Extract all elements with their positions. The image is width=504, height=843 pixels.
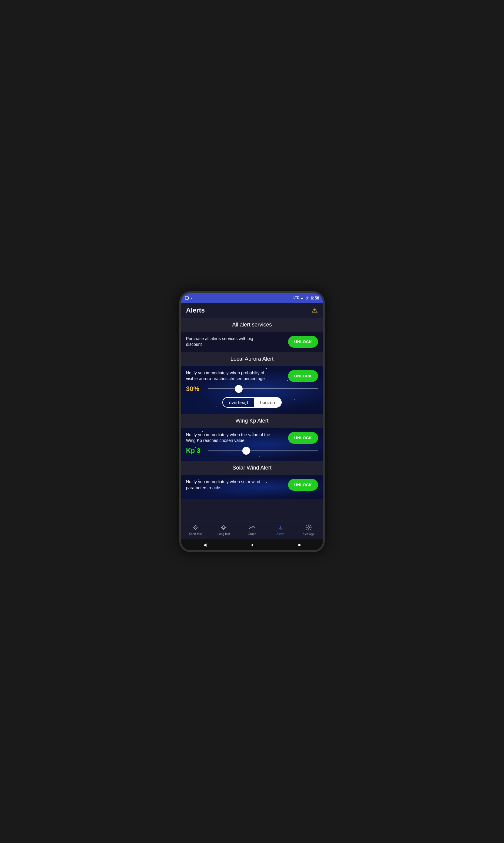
all-alert-services-header: All alert services (181, 318, 323, 332)
android-back-button[interactable]: ◀ (203, 542, 206, 547)
local-aurora-description: Notify you immediately when probabilty o… (186, 370, 272, 382)
solar-wind-header: Solar Wind Alert (181, 461, 323, 475)
nav-item-settings[interactable]: Settings (294, 524, 323, 536)
settings-label: Settings (303, 532, 314, 536)
solar-wind-description: Notify you immediately when solar wind p… (186, 479, 272, 491)
kp-slider-row: Kp 3 (186, 447, 318, 455)
page-title: Alerts (186, 306, 205, 314)
aurora-slider-track[interactable] (208, 388, 318, 389)
short-fcst-label: Short fcst (189, 532, 202, 535)
phone-frame: ▪ LTE ▲ ⚡ 6:58 Alerts ⚠ All alert servic… (179, 291, 325, 552)
nav-item-graph[interactable]: Graph (238, 525, 266, 535)
wing-kp-title: Wing Kp Alert (235, 418, 268, 424)
wing-kp-card: Notify you immediately when the value of… (181, 428, 323, 461)
status-bar: ▪ LTE ▲ ⚡ 6:58 (181, 293, 323, 303)
long-fcst-label: Long fcst (217, 532, 230, 535)
wing-kp-unlock-button[interactable]: UNLOCK (288, 432, 318, 444)
local-aurora-unlock-button[interactable]: UNLOCK (288, 370, 318, 382)
wing-kp-description: Notify you immediately when the value of… (186, 432, 272, 444)
graph-label: Graph (248, 532, 256, 535)
aurora-toggle-row: overhead horizon (186, 397, 318, 408)
local-aurora-card: Notify you immediately when probabilty o… (181, 366, 323, 414)
toggle-option-overhead[interactable]: overhead (223, 398, 254, 407)
warning-icon[interactable]: ⚠ (311, 306, 318, 315)
android-nav-bar: ◀ ● ■ (181, 539, 323, 550)
kp-slider-track[interactable] (208, 451, 318, 451)
local-aurora-title: Local Aurora Alert (231, 356, 273, 362)
nav-item-alerts[interactable]: ⚠ Alerts (266, 525, 295, 535)
graph-icon (249, 525, 255, 532)
status-circle-icon (185, 296, 189, 300)
toggle-option-horizon[interactable]: horizon (254, 398, 281, 407)
settings-icon (306, 524, 312, 532)
android-recents-button[interactable]: ■ (298, 542, 301, 547)
nav-item-short-fcst[interactable]: Short fcst (181, 525, 210, 535)
lte-badge: LTE (293, 296, 299, 299)
solar-wind-unlock-button[interactable]: UNLOCK (288, 479, 318, 491)
all-alert-services-unlock-button[interactable]: UNLOCK (288, 336, 318, 348)
aurora-slider-value: 30% (186, 385, 204, 393)
svg-point-0 (308, 527, 309, 528)
short-fcst-icon (192, 525, 199, 532)
alerts-icon: ⚠ (278, 525, 283, 532)
nav-item-long-fcst[interactable]: Long fcst (210, 525, 238, 535)
wing-kp-top-row: Notify you immediately when the value of… (186, 432, 318, 444)
all-alert-services-title: All alert services (232, 322, 272, 328)
long-fcst-icon (220, 525, 227, 532)
sim-icon: ▪ (191, 296, 192, 300)
aurora-slider-thumb[interactable] (235, 385, 242, 393)
wing-kp-header: Wing Kp Alert (181, 414, 323, 428)
solar-wind-card: Notify you immediately when solar wind p… (181, 475, 323, 499)
kp-slider-value: Kp 3 (186, 447, 204, 455)
all-alert-services-description: Purchase all alerts services with big di… (186, 336, 259, 348)
local-aurora-header: Local Aurora Alert (181, 352, 323, 366)
bottom-nav: Short fcst Long fcst Graph ⚠ Alerts (181, 521, 323, 539)
status-left: ▪ (185, 296, 192, 300)
alerts-label: Alerts (276, 532, 284, 535)
battery-icon: ⚡ (305, 296, 309, 300)
top-bar: Alerts ⚠ (181, 303, 323, 318)
overhead-horizon-toggle[interactable]: overhead horizon (222, 397, 282, 408)
status-time: 6:58 (311, 296, 319, 300)
local-aurora-top-row: Notify you immediately when probabilty o… (186, 370, 318, 382)
all-alert-services-card: Purchase all alerts services with big di… (181, 332, 323, 352)
kp-slider-thumb[interactable] (242, 447, 250, 455)
solar-wind-title: Solar Wind Alert (232, 465, 271, 471)
content-area: All alert services Purchase all alerts s… (181, 318, 323, 521)
aurora-slider-row: 30% (186, 385, 318, 393)
android-home-button[interactable]: ● (251, 542, 253, 547)
signal-icon: ▲ (300, 296, 304, 300)
solar-wind-top-row: Notify you immediately when solar wind p… (186, 479, 318, 491)
status-right: LTE ▲ ⚡ 6:58 (293, 296, 319, 300)
